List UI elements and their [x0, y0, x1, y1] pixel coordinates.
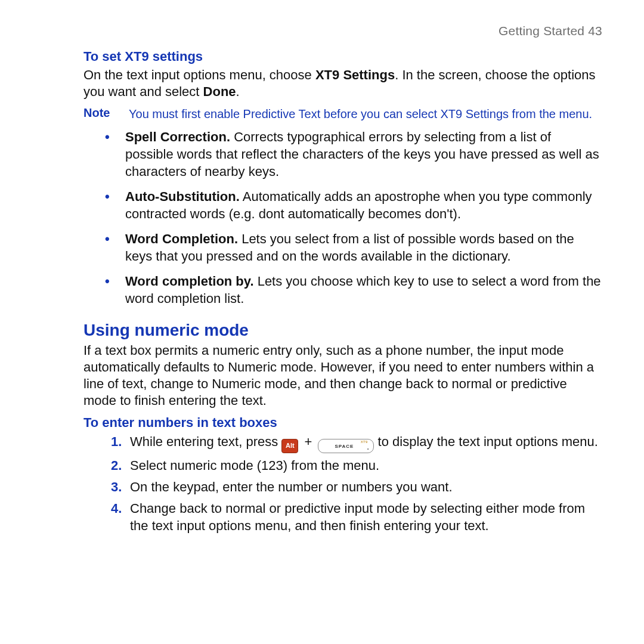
page-number: 43: [588, 24, 602, 38]
list-item: Word Completion. Lets you select from a …: [83, 231, 602, 265]
heading-enter-numbers: To enter numbers in text boxes: [83, 415, 602, 431]
text: On the text input options menu, choose: [83, 67, 315, 82]
step-item: While entering text, press Alt + XT9 SPA…: [83, 433, 602, 453]
space-key-top-label: XT9: [361, 440, 368, 444]
xt9-intro: On the text input options menu, choose X…: [83, 67, 602, 100]
list-item: Spell Correction. Corrects typographical…: [83, 129, 602, 180]
numeric-intro: If a text box permits a numeric entry on…: [83, 342, 602, 410]
item-title: Spell Correction.: [125, 129, 230, 144]
list-item: Word completion by. Lets you choose whic…: [83, 273, 602, 307]
numeric-steps: While entering text, press Alt + XT9 SPA…: [83, 433, 602, 535]
running-header: Getting Started43: [83, 24, 602, 38]
step-item: On the keypad, enter the number or numbe…: [83, 478, 602, 496]
space-key-main-label: SPACE: [335, 444, 354, 449]
alt-key-icon: Alt: [281, 439, 298, 453]
section-name: Getting Started: [499, 24, 584, 38]
text-bold: Done: [203, 84, 236, 99]
note-block: Note You must first enable Predictive Te…: [83, 106, 602, 122]
text-bold: XT9 Settings: [315, 67, 395, 82]
heading-numeric-mode: Using numeric mode: [83, 321, 602, 340]
space-key-dot: .: [367, 445, 369, 451]
text: .: [236, 84, 240, 99]
heading-xt9-settings: To set XT9 settings: [83, 49, 602, 64]
note-body: You must first enable Predictive Text be…: [129, 106, 592, 122]
xt9-feature-list: Spell Correction. Corrects typographical…: [83, 129, 602, 307]
note-label: Note: [83, 106, 116, 122]
step-item: Change back to normal or predictive inpu…: [83, 500, 602, 535]
list-item: Auto-Substitution. Automatically adds an…: [83, 188, 602, 222]
plus-sign: +: [304, 434, 312, 449]
space-key-icon: XT9 SPACE .: [318, 439, 374, 453]
item-title: Word Completion.: [125, 231, 238, 246]
text: While entering text, press: [130, 434, 281, 449]
item-title: Word completion by.: [125, 274, 254, 289]
manual-page: Getting Started43 To set XT9 settings On…: [0, 0, 644, 644]
step-item: Select numeric mode (123) from the menu.: [83, 457, 602, 475]
item-title: Auto-Substitution.: [125, 189, 240, 204]
text: to display the text input options menu.: [378, 434, 598, 449]
